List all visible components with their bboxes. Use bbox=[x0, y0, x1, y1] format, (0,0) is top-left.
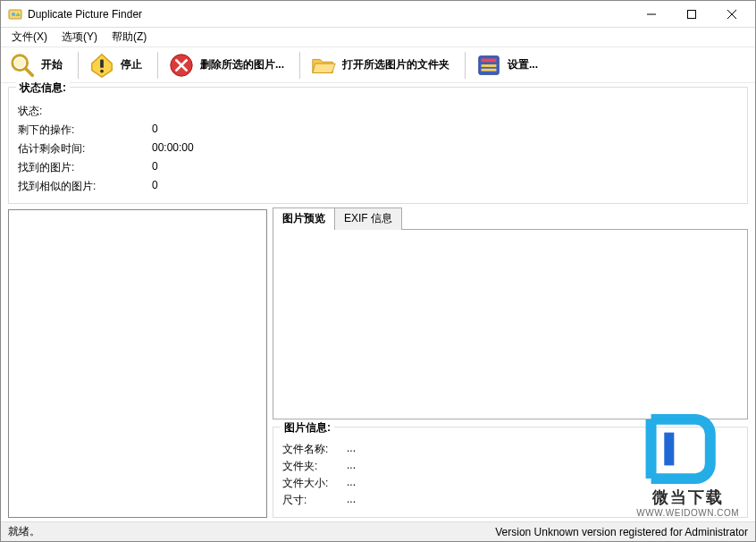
stop-button[interactable]: 停止 bbox=[86, 50, 150, 80]
stop-label: 停止 bbox=[121, 57, 142, 72]
toolbar-separator bbox=[299, 52, 300, 79]
svg-rect-16 bbox=[482, 64, 497, 67]
svg-rect-15 bbox=[482, 58, 497, 62]
menubar: 文件(X) 选项(Y) 帮助(Z) bbox=[1, 28, 755, 47]
state-value bbox=[152, 104, 259, 119]
app-icon bbox=[8, 7, 22, 21]
status-group-title: 状态信息: bbox=[16, 80, 70, 96]
found-pics-label: 找到的图片: bbox=[18, 160, 152, 175]
menu-options[interactable]: 选项(Y) bbox=[55, 27, 105, 47]
found-pics-value: 0 bbox=[152, 160, 259, 175]
filename-value: ... bbox=[347, 442, 356, 457]
right-panel: 图片预览 EXIF 信息 图片信息: 文件名称: ... 文件夹: ... 文件… bbox=[273, 209, 748, 518]
svg-rect-17 bbox=[482, 68, 497, 71]
est-time-label: 估计剩余时间: bbox=[18, 141, 152, 157]
results-list[interactable] bbox=[8, 209, 267, 518]
open-folder-label: 打开所选图片的文件夹 bbox=[342, 57, 449, 72]
tab-preview[interactable]: 图片预览 bbox=[273, 207, 335, 230]
info-row-folder: 文件夹: ... bbox=[282, 459, 738, 474]
tabs: 图片预览 EXIF 信息 bbox=[273, 209, 748, 229]
status-row-state: 状态: bbox=[18, 104, 738, 119]
delete-selected-label: 删除所选的图片... bbox=[200, 57, 284, 72]
start-button[interactable]: 开始 bbox=[6, 50, 71, 80]
svg-line-8 bbox=[26, 68, 33, 75]
svg-point-10 bbox=[100, 69, 104, 72]
state-label: 状态: bbox=[18, 104, 152, 119]
delete-icon bbox=[168, 52, 195, 79]
toolbar-separator bbox=[157, 52, 158, 79]
dims-value: ... bbox=[347, 493, 356, 508]
folder-value: ... bbox=[347, 459, 356, 474]
statusbar-right: Version Unknown version registered for A… bbox=[495, 526, 748, 538]
settings-label: 设置... bbox=[508, 57, 538, 72]
titlebar: Duplicate Picture Finder bbox=[1, 1, 755, 28]
found-similar-value: 0 bbox=[152, 179, 259, 194]
status-group: 状态信息: 状态: 剩下的操作: 0 估计剩余时间: 00:00:00 找到的图… bbox=[8, 87, 748, 204]
status-row-found-pics: 找到的图片: 0 bbox=[18, 160, 738, 175]
pic-info-group: 图片信息: 文件名称: ... 文件夹: ... 文件大小: ... 尺寸: .… bbox=[273, 427, 748, 518]
main-area: 图片预览 EXIF 信息 图片信息: 文件名称: ... 文件夹: ... 文件… bbox=[1, 206, 755, 521]
statusbar: 就绪。 Version Unknown version registered f… bbox=[1, 521, 755, 541]
search-icon bbox=[9, 52, 36, 79]
delete-selected-button[interactable]: 删除所选的图片... bbox=[165, 50, 292, 80]
toolbar-separator bbox=[78, 52, 79, 79]
menu-file[interactable]: 文件(X) bbox=[4, 27, 55, 47]
toolbar: 开始 停止 删除所选的图片... 打开所选图片的文件夹 设置... bbox=[1, 47, 755, 83]
filename-label: 文件名称: bbox=[282, 442, 340, 457]
minimize-button[interactable] bbox=[631, 2, 671, 27]
folder-open-icon bbox=[310, 52, 337, 79]
settings-button[interactable]: 设置... bbox=[473, 50, 546, 80]
svg-point-7 bbox=[15, 57, 25, 67]
status-row-est-time: 估计剩余时间: 00:00:00 bbox=[18, 141, 738, 157]
svg-point-1 bbox=[12, 13, 15, 16]
filesize-value: ... bbox=[347, 476, 356, 491]
filesize-label: 文件大小: bbox=[282, 476, 340, 491]
warning-icon bbox=[88, 52, 115, 79]
found-similar-label: 找到相似的图片: bbox=[18, 179, 152, 194]
remaining-ops-value: 0 bbox=[152, 123, 259, 138]
info-row-dims: 尺寸: ... bbox=[282, 493, 738, 508]
remaining-ops-label: 剩下的操作: bbox=[18, 123, 152, 138]
status-row-found-similar: 找到相似的图片: 0 bbox=[18, 179, 738, 194]
window-title: Duplicate Picture Finder bbox=[28, 8, 631, 21]
toolbar-separator bbox=[465, 52, 466, 79]
menu-help[interactable]: 帮助(Z) bbox=[105, 27, 154, 47]
folder-label: 文件夹: bbox=[282, 459, 340, 474]
statusbar-left: 就绪。 bbox=[8, 524, 495, 539]
start-label: 开始 bbox=[41, 57, 63, 72]
svg-rect-3 bbox=[687, 10, 695, 18]
maximize-button[interactable] bbox=[671, 2, 711, 27]
close-button[interactable] bbox=[711, 2, 752, 27]
settings-icon bbox=[475, 52, 502, 79]
preview-pane bbox=[273, 229, 748, 419]
svg-rect-9 bbox=[100, 59, 104, 67]
status-row-remaining-ops: 剩下的操作: 0 bbox=[18, 123, 738, 138]
open-folder-button[interactable]: 打开所选图片的文件夹 bbox=[307, 50, 458, 80]
pic-info-title: 图片信息: bbox=[281, 420, 334, 436]
dims-label: 尺寸: bbox=[282, 493, 340, 508]
tab-exif[interactable]: EXIF 信息 bbox=[334, 207, 402, 230]
info-row-filesize: 文件大小: ... bbox=[282, 476, 738, 491]
est-time-value: 00:00:00 bbox=[152, 141, 259, 157]
info-row-filename: 文件名称: ... bbox=[282, 442, 738, 457]
